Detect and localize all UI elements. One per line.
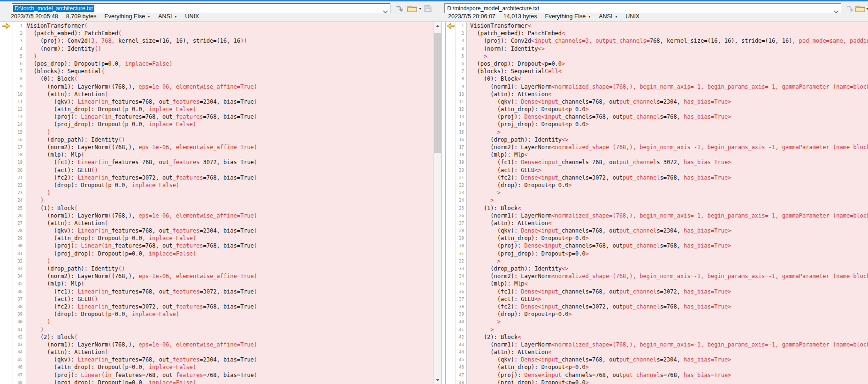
line-number: 21	[457, 174, 466, 181]
code-line: (drop): Dropout(p=0.0, inplace=False)	[27, 181, 433, 189]
left-file-size: 8,709 bytes	[66, 13, 97, 20]
left-encoding-dropdown[interactable]: ANSI ▼	[158, 13, 177, 20]
code-line: (proj): Linear(in_features=768, out_feat…	[27, 371, 433, 379]
folder-dropdown-caret-icon[interactable]: ▼	[866, 7, 868, 10]
line-number: 2	[457, 30, 466, 37]
right-code-editor[interactable]: VisionTransformer< (patch_embed): PatchE…	[467, 22, 868, 384]
line-number: 6	[457, 60, 466, 68]
dropdown-caret-icon: ▼	[615, 15, 617, 18]
scrollbar-thumb[interactable]	[434, 33, 441, 153]
dropdown-caret-icon: ▼	[588, 15, 591, 18]
code-line: (drop_path): Identity()	[27, 265, 433, 272]
line-number: 12	[14, 105, 25, 113]
code-line: (attn): Attention(	[27, 219, 433, 227]
line-number: 42	[457, 333, 466, 341]
line-number: 24	[14, 196, 25, 204]
line-number: 1	[14, 22, 25, 30]
code-line: (norm): Identity<>	[470, 45, 868, 53]
line-number: 45	[14, 356, 25, 363]
code-line: (proj_drop): Dropout(p=0.0, inplace=Fals…	[27, 250, 433, 257]
line-number: 4	[457, 45, 466, 53]
line-number: 6	[14, 60, 25, 68]
code-line: (attn_drop): Dropout<p=0.0>	[470, 234, 868, 242]
right-file-size: 14,013 bytes	[503, 13, 537, 20]
code-line: (norm2): LayerNorm((768,), eps=1e-06, el…	[27, 272, 433, 280]
scroll-down-button[interactable]	[434, 376, 442, 384]
left-file-path-value[interactable]: D:\torch_model_architecture.txt	[13, 5, 94, 12]
left-line-number-gutter: 1234567891011121314151617181920212223242…	[14, 22, 25, 384]
code-line: (attn_drop): Dropout(p=0.0, inplace=Fals…	[27, 363, 433, 371]
code-line: (1): Block(	[27, 204, 433, 212]
code-line: (proj_drop): Dropout<p=0.0>	[470, 379, 868, 384]
line-number: 22	[14, 181, 25, 189]
left-file-path-combobox[interactable]: D:\torch_model_architecture.txt	[12, 3, 390, 14]
line-number: 31	[14, 250, 25, 257]
line-number: 42	[14, 333, 25, 341]
line-number: 14	[14, 120, 25, 128]
code-line: )	[27, 257, 433, 265]
code-line: (fc2): Dense<input_channels=3072, output…	[470, 174, 868, 181]
code-line: (proj): Conv2d<input_channels=3, output_…	[470, 37, 868, 45]
line-number: 46	[14, 363, 25, 371]
line-number: 26	[14, 212, 25, 219]
code-line: (blocks): Sequential(	[27, 68, 433, 75]
current-diff-arrow-left-icon	[447, 23, 455, 29]
line-number: 11	[457, 98, 466, 105]
code-line: (qkv): Linear(in_features=768, out_featu…	[27, 356, 433, 363]
right-file-path-combobox[interactable]: D:\mindspore_model_architecture.txt	[444, 3, 841, 14]
line-number: 31	[457, 250, 466, 257]
line-number: 26	[457, 212, 466, 219]
line-number: 44	[14, 348, 25, 356]
folder-dropdown-caret-icon[interactable]: ▼	[419, 7, 422, 10]
code-line: (attn): Attention(	[27, 348, 433, 356]
right-line-ending-label: UNIX	[625, 13, 640, 20]
pane-splitter[interactable]	[442, 22, 446, 384]
left-type-filter-dropdown[interactable]: Everything Else ▼	[104, 13, 150, 20]
line-number: 23	[14, 189, 25, 196]
code-line: (fc1): Dense<input_channels=768, output_…	[470, 158, 868, 166]
line-number: 11	[14, 98, 25, 105]
line-number: 29	[457, 234, 466, 242]
line-number: 5	[457, 53, 466, 60]
code-line: (attn_drop): Dropout(p=0.0, inplace=Fals…	[27, 234, 433, 242]
line-number: 39	[457, 310, 466, 318]
left-code-editor[interactable]: VisionTransformer( (patch_embed): PatchE…	[26, 22, 433, 384]
line-number: 3	[457, 37, 466, 45]
line-number: 22	[457, 181, 466, 189]
left-vertical-scrollbar[interactable]	[433, 22, 442, 384]
line-number: 19	[457, 158, 466, 166]
code-line: (drop): Dropout<p=0.0>	[470, 310, 868, 318]
code-line: (2): Block(	[27, 333, 433, 341]
code-line: >	[470, 196, 868, 204]
code-line: (mlp): Mlp<	[470, 151, 868, 158]
line-number: 45	[457, 356, 466, 363]
right-file-path-value[interactable]: D:\mindspore_model_architecture.txt	[446, 5, 541, 12]
line-number: 36	[457, 288, 466, 295]
line-number: 47	[14, 371, 25, 379]
code-line: (qkv): Linear(in_features=768, out_featu…	[27, 227, 433, 234]
right-encoding-label: ANSI	[599, 13, 612, 20]
left-modified-timestamp: 2023/7/5 20:05:48	[11, 13, 58, 20]
code-line: >	[470, 318, 868, 325]
line-number: 30	[457, 242, 466, 249]
code-line: (norm2): LayerNorm<normalized_shape=(768…	[470, 143, 868, 151]
right-encoding-dropdown[interactable]: ANSI ▼	[599, 13, 617, 20]
line-number: 37	[457, 295, 466, 303]
code-line: (norm1): LayerNorm((768,), eps=1e-06, el…	[27, 212, 433, 219]
code-line: (mlp): Mlp(	[27, 151, 433, 158]
code-line: (proj): Dense<input_channels=768, output…	[470, 371, 868, 379]
line-number: 28	[14, 227, 25, 234]
line-number: 8	[14, 75, 25, 83]
left-line-ending-label: UNIX	[185, 13, 199, 20]
right-type-filter-dropdown[interactable]: Everything Else ▼	[545, 13, 591, 20]
file-paths-toolbar: D:\torch_model_architecture.txt ▼ D:\min…	[0, 1, 868, 13]
line-number: 36	[14, 288, 25, 295]
code-line: (proj_drop): Dropout(p=0.0, inplace=Fals…	[27, 379, 433, 384]
code-line: (proj): Linear(in_features=768, out_feat…	[27, 113, 433, 120]
left-diff-marker-gutter	[0, 22, 13, 384]
scroll-up-button[interactable]	[434, 22, 442, 30]
line-number: 10	[457, 90, 466, 98]
line-number: 40	[14, 318, 25, 325]
code-line: (drop_path): Identity<>	[470, 136, 868, 143]
line-number: 17	[457, 143, 466, 151]
